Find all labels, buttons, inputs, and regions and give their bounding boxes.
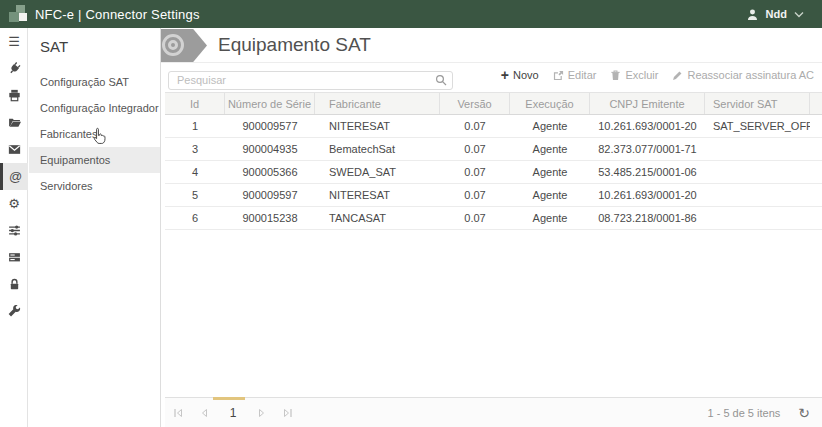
column-header-versao[interactable]: Versão xyxy=(440,93,510,114)
lock-icon[interactable] xyxy=(0,271,28,298)
pencil-icon xyxy=(672,70,683,81)
refresh-icon[interactable]: ↻ xyxy=(798,406,810,420)
edit-icon xyxy=(553,70,564,81)
column-header-id[interactable]: Id xyxy=(165,93,225,114)
table-cell: 0.07 xyxy=(440,115,510,137)
sidebar-item-configuracao-integrador[interactable]: Configuração Integrador xyxy=(29,95,160,121)
reassign-ac-button[interactable]: Reassociar assinatura AC xyxy=(672,69,814,81)
page-header: Equipamento SAT xyxy=(161,28,822,63)
table-row[interactable]: 5900009597NITERESAT0.07Agente10.261.693/… xyxy=(165,184,822,207)
table-cell: 0.07 xyxy=(440,184,510,206)
table-cell: 1 xyxy=(165,115,225,137)
plus-icon: + xyxy=(501,70,509,80)
table-cell: TANCASAT xyxy=(315,207,440,229)
table-cell xyxy=(705,207,810,229)
sidebar-item-servidores[interactable]: Servidores xyxy=(29,173,160,199)
pager-right: 1 - 5 de 5 itens ↻ xyxy=(707,406,822,420)
table-cell: 0.07 xyxy=(440,161,510,183)
table-cell: NITERESAT xyxy=(315,184,440,206)
topbar: NFC-e | Connector Settings Ndd xyxy=(0,0,822,28)
table-cell xyxy=(705,161,810,183)
table-cell: Agente xyxy=(510,161,590,183)
table-cell xyxy=(705,138,810,160)
table-cell: 0.07 xyxy=(440,207,510,229)
table-cell: BematechSat xyxy=(315,138,440,160)
sidebar-item-configuracao-sat[interactable]: Configuração SAT xyxy=(29,69,160,95)
plug-icon[interactable] xyxy=(0,55,28,82)
icon-rail: ☰ @ ⚙ xyxy=(0,28,28,427)
table-cell: 4 xyxy=(165,161,225,183)
table-cell: 08.723.218/0001-86 xyxy=(590,207,705,229)
page-number[interactable]: 1 xyxy=(217,406,249,420)
search-input[interactable] xyxy=(168,71,453,90)
table-cell: 900009577 xyxy=(225,115,315,137)
table-cell: SAT_SERVER_OFF xyxy=(705,115,810,137)
grid-header: IdNúmero de SérieFabricanteVersãoExecuçã… xyxy=(165,92,822,115)
sidebar: SAT Configuração SATConfiguração Integra… xyxy=(29,28,161,427)
sidebar-item-equipamentos[interactable]: Equipamentos xyxy=(29,147,160,173)
sidebar-items: Configuração SATConfiguração IntegradorF… xyxy=(29,69,160,199)
gear-icon[interactable]: ⚙ xyxy=(0,190,28,217)
table-cell: 53.485.215/0001-06 xyxy=(590,161,705,183)
grid-body: 1900009577NITERESAT0.07Agente10.261.693/… xyxy=(165,115,822,230)
table-cell: 900015238 xyxy=(225,207,315,229)
sidebar-title: SAT xyxy=(29,28,160,69)
column-header-execucao[interactable]: Execução xyxy=(510,93,590,114)
next-page-button[interactable] xyxy=(249,398,275,427)
app-title: NFC-e | Connector Settings xyxy=(35,7,200,22)
table-cell: Agente xyxy=(510,138,590,160)
table-cell: NITERESAT xyxy=(315,115,440,137)
table-cell: Agente xyxy=(510,207,590,229)
delete-button[interactable]: Excluir xyxy=(610,69,658,81)
search-icon xyxy=(435,74,447,86)
table-cell: 82.373.077/0001-71 xyxy=(590,138,705,160)
table-cell: 5 xyxy=(165,184,225,206)
last-page-button[interactable] xyxy=(275,398,301,427)
ndd-logo-icon xyxy=(5,3,31,25)
table-cell: Agente xyxy=(510,115,590,137)
page-title: Equipamento SAT xyxy=(218,34,371,56)
mail-icon[interactable] xyxy=(0,136,28,163)
table-cell: 10.261.693/0001-20 xyxy=(590,184,705,206)
table-cell: 6 xyxy=(165,207,225,229)
data-grid: IdNúmero de SérieFabricanteVersãoExecuçã… xyxy=(165,92,822,230)
toolbar-actions: + Novo Editar Excluir xyxy=(501,69,814,81)
new-button[interactable]: + Novo xyxy=(501,69,539,81)
at-sign-icon[interactable]: @ xyxy=(0,163,28,190)
first-page-button[interactable] xyxy=(165,398,191,427)
column-header-servidor-sat[interactable]: Servidor SAT xyxy=(705,93,810,114)
hamburger-menu-icon[interactable]: ☰ xyxy=(0,28,28,55)
pager-summary: 1 - 5 de 5 itens xyxy=(707,407,780,419)
table-cell: 900005366 xyxy=(225,161,315,183)
table-row[interactable]: 1900009577NITERESAT0.07Agente10.261.693/… xyxy=(165,115,822,138)
app-window: NFC-e | Connector Settings Ndd ☰ xyxy=(0,0,822,427)
folder-open-icon[interactable] xyxy=(0,109,28,136)
trash-icon xyxy=(610,70,621,81)
table-row[interactable]: 6900015238TANCASAT0.07Agente08.723.218/0… xyxy=(165,207,822,230)
person-icon xyxy=(746,8,759,21)
server-icon[interactable] xyxy=(0,244,28,271)
column-header-numero-de-serie[interactable]: Número de Série xyxy=(225,93,315,114)
search-box xyxy=(168,70,453,89)
main-content: Equipamento SAT + Novo xyxy=(161,28,822,427)
scrollbar-spacer xyxy=(810,93,822,114)
edit-button[interactable]: Editar xyxy=(553,69,597,81)
sidebar-item-fabricantes[interactable]: Fabricantes xyxy=(29,121,160,147)
table-row[interactable]: 3900004935BematechSat0.07Agente82.373.07… xyxy=(165,138,822,161)
table-cell: 900009597 xyxy=(225,184,315,206)
table-cell: 10.261.693/0001-20 xyxy=(590,115,705,137)
table-cell: 3 xyxy=(165,138,225,160)
page-badge-icon xyxy=(161,29,207,62)
wrench-icon[interactable] xyxy=(0,298,28,325)
printer-icon[interactable] xyxy=(0,82,28,109)
table-row[interactable]: 4900005366SWEDA_SAT0.07Agente53.485.215/… xyxy=(165,161,822,184)
prev-page-button[interactable] xyxy=(191,398,217,427)
chevron-down-icon xyxy=(794,11,804,18)
column-header-cnpj-emitente[interactable]: CNPJ Emitente xyxy=(590,93,705,114)
pager: 1 1 - 5 de 5 itens ↻ xyxy=(165,397,822,427)
sliders-icon[interactable] xyxy=(0,217,28,244)
column-header-fabricante[interactable]: Fabricante xyxy=(315,93,440,114)
table-cell: 0.07 xyxy=(440,138,510,160)
user-menu[interactable]: Ndd xyxy=(746,8,822,21)
table-cell xyxy=(705,184,810,206)
